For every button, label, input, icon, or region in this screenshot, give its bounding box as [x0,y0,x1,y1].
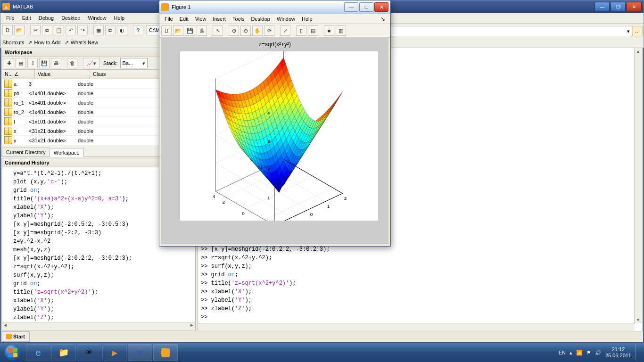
surface-plot: 01234-2-1012-4-2024XYZ [180,51,378,221]
shortcut-whats-new[interactable]: ↗What's New [65,40,98,46]
guide-icon[interactable]: ⧉ [105,25,116,35]
history-line[interactable]: grid on; [13,280,195,288]
svg-text:4: 4 [213,194,215,199]
figure-menu-tools[interactable]: Tools [229,15,248,23]
history-scrollbar-h[interactable] [2,322,195,330]
minimize-button[interactable]: — [594,2,610,11]
windows-logo-icon [5,345,21,361]
tab-workspace[interactable]: Workspace [50,148,84,157]
network-icon[interactable]: 📶 [576,350,583,356]
history-line[interactable]: surf(x,y,z); [13,271,195,280]
figure-close-button[interactable]: ✕ [374,2,388,12]
figure-menu-insert[interactable]: Insert [209,15,229,23]
menu-desktop[interactable]: Desktop [58,14,84,22]
taskbar-word[interactable]: W [128,344,152,361]
volume-icon[interactable]: 🔊 [595,350,602,356]
command-line: >> grid on; [201,271,632,279]
command-window-scrollbar-v[interactable] [634,48,642,323]
shortcut-how-to-add[interactable]: ↗How to Add [28,40,60,46]
taskbar-viewer[interactable]: 👁 [77,344,101,361]
language-indicator[interactable]: EN [559,350,566,355]
svg-text:1: 1 [267,195,270,200]
figure-window[interactable]: Figure 1 — □ ✕ File Edit View Insert Too… [159,0,391,247]
paste-icon[interactable]: 📋 [54,25,64,35]
zoom-out-icon[interactable]: ⊖ [240,25,251,36]
figure-canvas[interactable]: z=sqrt(x²+y²) 01234-2-1012-4-2024XYZ [161,37,388,244]
tab-current-directory[interactable]: Current Directory [2,148,50,156]
menu-file[interactable]: File [2,14,18,22]
history-line[interactable]: mesh(x,y,z) [13,246,195,254]
figure-menu-edit[interactable]: Edit [176,15,192,23]
save-ws-icon[interactable]: 💾 [39,58,50,68]
hide-plot-tools-icon[interactable]: ■ [324,25,334,36]
col-value[interactable]: Value [35,70,90,79]
history-line[interactable]: z=sqrt(x.^2+y.^2); [13,263,195,271]
action-center-icon[interactable]: ⚑ [586,350,591,356]
show-desktop-button[interactable] [635,345,639,361]
figure-menu-window[interactable]: Window [273,15,298,23]
history-line[interactable]: title('z=sqrt(x^2+y^2)'); [13,288,195,296]
plot-selector-icon[interactable]: 📈▾ [83,58,100,68]
new-figure-icon[interactable]: 🗋 [161,25,172,36]
restore-button[interactable]: ❐ [611,2,626,11]
plot-title: z=sqrt(x²+y²) [161,41,388,48]
history-line[interactable]: xlabel('X'); [13,296,195,305]
figure-menubar: File Edit View Insert Tools Desktop Wind… [159,14,390,24]
menu-help[interactable]: Help [110,14,129,22]
insert-colorbar-icon[interactable]: ▯ [296,25,306,36]
svg-text:0: 0 [310,212,313,217]
delete-var-icon[interactable]: 🗑 [67,58,77,68]
tray-chevron-icon[interactable]: ▴ [570,350,572,356]
matlab-start-button[interactable]: Start [1,331,30,342]
taskbar-ie[interactable]: e [26,344,50,361]
figure-titlebar[interactable]: Figure 1 — □ ✕ [159,0,390,14]
menu-edit[interactable]: Edit [18,14,35,22]
figure-menu-help[interactable]: Help [298,15,316,23]
figure-menu-file[interactable]: File [161,15,176,23]
figure-menu-view[interactable]: View [192,15,210,23]
windows-start-button[interactable] [0,343,25,362]
undo-icon[interactable]: ↶ [66,25,76,35]
history-line[interactable]: ylabel('Y'); [13,305,195,313]
close-button[interactable]: ✕ [627,2,642,11]
copy-icon[interactable]: ⧉ [42,25,52,35]
col-name[interactable]: N... ∠ [2,70,35,79]
rotate3d-icon[interactable]: ⟳ [264,25,274,36]
print-figure-icon[interactable]: 🖶 [197,25,207,36]
svg-line-25 [275,193,343,221]
new-var-icon[interactable]: ✚ [4,58,14,68]
edit-plot-icon[interactable]: ↖ [213,25,223,36]
figure-menu-desktop[interactable]: Desktop [248,15,273,23]
redo-icon[interactable]: ↷ [77,25,88,35]
show-plot-tools-icon[interactable]: ▥ [336,25,346,36]
open-figure-icon[interactable]: 📂 [173,25,183,36]
save-figure-icon[interactable]: 💾 [185,25,195,36]
insert-legend-icon[interactable]: ▤ [308,25,318,36]
new-file-icon[interactable]: 🗋 [2,25,13,35]
taskbar-media[interactable]: ▶ [102,344,127,361]
print-icon[interactable]: 🖶 [51,58,61,68]
open-file-icon[interactable]: 📂 [14,25,25,35]
history-line[interactable]: zlabel('Z'); [13,313,195,322]
simulink-icon[interactable]: ▦ [93,25,104,35]
figure-dock-icon[interactable]: ↘ [377,15,388,23]
pan-icon[interactable]: ✋ [252,25,263,36]
taskbar-clock[interactable]: 21:12 25.06.2011 [605,346,631,359]
help-icon[interactable]: ? [133,25,143,35]
open-var-icon[interactable]: ▤ [16,58,26,68]
menu-debug[interactable]: Debug [35,14,58,22]
menu-window[interactable]: Window [84,14,110,22]
taskbar-matlab[interactable] [153,344,178,361]
figure-maximize-button[interactable]: □ [359,2,373,12]
stack-combo[interactable]: Ba...▾ [120,58,148,68]
history-line[interactable]: [x y]=meshgrid(-2:0.2:2, -3:0.2:3); [13,254,195,263]
taskbar-explorer[interactable]: 📁 [51,344,76,361]
figure-minimize-button[interactable]: — [344,2,358,12]
zoom-in-icon[interactable]: ⊕ [229,25,239,36]
cut-icon[interactable]: ✂ [30,25,41,35]
import-icon[interactable]: ⇩ [27,58,38,68]
command-window-scrollbar-h[interactable] [198,323,635,331]
browse-folder-button[interactable]: … [632,26,643,36]
data-cursor-icon[interactable]: ⤢ [280,25,290,36]
profiler-icon[interactable]: ◐ [117,25,127,35]
